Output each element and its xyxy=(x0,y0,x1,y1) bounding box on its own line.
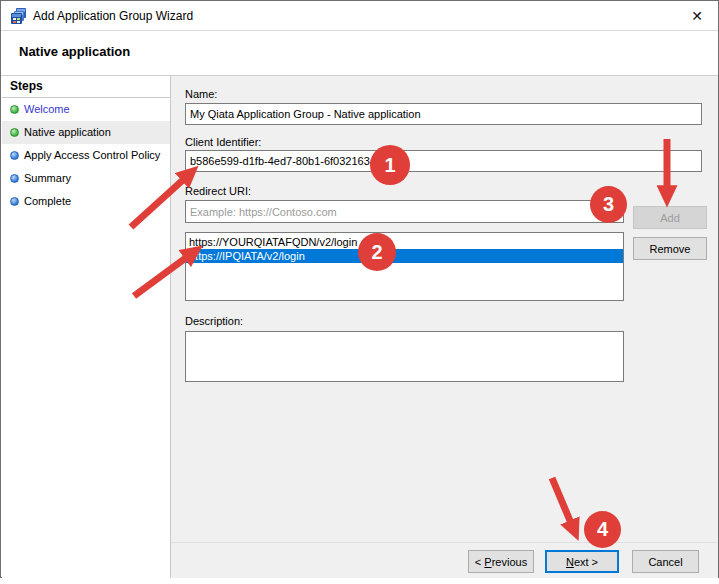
next-label-rest: ext > xyxy=(574,556,598,568)
redirect-uri-list-item[interactable]: https://YOURQIATAFQDN/v2/login xyxy=(186,235,623,249)
step-pending-icon xyxy=(10,197,19,206)
sidebar-item-apply-access-control-policy[interactable]: Apply Access Control Policy xyxy=(2,144,170,167)
steps-sidebar: Steps Welcome Native application Apply A… xyxy=(2,76,171,578)
application-group-icon xyxy=(11,8,27,24)
title-bar: Add Application Group Wizard ✕ xyxy=(1,1,718,31)
description-label: Description: xyxy=(185,315,243,327)
description-textarea[interactable] xyxy=(185,331,624,382)
redirect-uri-listbox[interactable]: https://YOURQIATAFQDN/v2/login https://I… xyxy=(185,232,624,301)
name-input[interactable] xyxy=(185,103,702,125)
client-identifier-input[interactable] xyxy=(185,150,702,172)
step-done-icon xyxy=(10,105,19,114)
close-icon[interactable]: ✕ xyxy=(685,4,709,28)
previous-label: < xyxy=(475,556,484,568)
content-pane: Name: Client Identifier: Redirect URI: A… xyxy=(171,76,718,578)
footer-divider xyxy=(171,542,718,543)
remove-button[interactable]: Remove xyxy=(633,237,707,260)
sidebar-item-label: Welcome xyxy=(24,103,70,115)
step-pending-icon xyxy=(10,174,19,183)
add-button[interactable]: Add xyxy=(633,206,707,229)
steps-heading: Steps xyxy=(2,76,170,98)
sidebar-item-label: Native application xyxy=(24,126,111,138)
sidebar-item-label: Complete xyxy=(24,195,71,207)
sidebar-item-welcome[interactable]: Welcome xyxy=(2,98,170,121)
previous-button[interactable]: < Previous xyxy=(468,550,534,573)
sidebar-item-label: Summary xyxy=(24,172,71,184)
previous-label-rest: revious xyxy=(492,556,527,568)
wizard-step-header: Native application xyxy=(1,32,718,75)
sidebar-item-native-application[interactable]: Native application xyxy=(2,121,170,144)
redirect-uri-list-item-selected[interactable]: https://IPQIATA/v2/login xyxy=(186,249,623,263)
sidebar-item-label: Apply Access Control Policy xyxy=(24,149,160,161)
step-done-icon xyxy=(10,128,19,137)
previous-accel: P xyxy=(484,556,491,568)
next-button[interactable]: Next > xyxy=(545,550,619,573)
client-identifier-label: Client Identifier: xyxy=(185,136,261,148)
redirect-uri-input[interactable] xyxy=(185,200,624,223)
next-accel: N xyxy=(566,556,574,568)
wizard-dialog: Add Application Group Wizard ✕ Native ap… xyxy=(0,0,719,578)
sidebar-item-summary[interactable]: Summary xyxy=(2,167,170,190)
name-label: Name: xyxy=(185,88,217,100)
page-title: Native application xyxy=(19,44,130,59)
window-title: Add Application Group Wizard xyxy=(33,1,193,31)
redirect-uri-label: Redirect URI: xyxy=(185,185,251,197)
cancel-button[interactable]: Cancel xyxy=(632,550,699,573)
step-pending-icon xyxy=(10,151,19,160)
sidebar-item-complete[interactable]: Complete xyxy=(2,190,170,213)
